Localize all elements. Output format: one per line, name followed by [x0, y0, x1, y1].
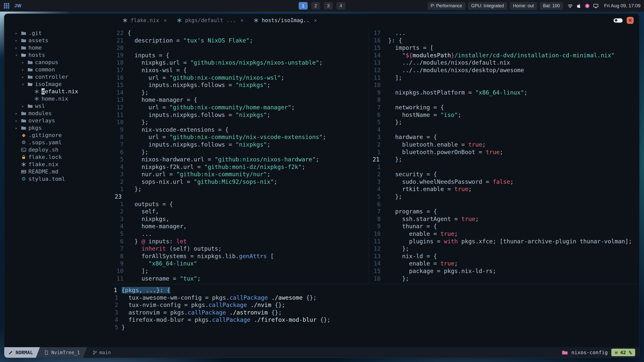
code-line[interactable]: 5 }; [369, 119, 639, 126]
code-line[interactable]: 2 bluetooth.enable = true; [369, 141, 639, 149]
code-line[interactable]: 6 }; [111, 149, 369, 156]
code-line[interactable]: 11 username = "tux"; [111, 275, 369, 283]
chevron-down-icon[interactable]: ▾ [14, 53, 19, 58]
code-line[interactable]: 1 bluetooth.powerOnBoot = true; [369, 149, 639, 156]
code-line[interactable]: 8 url = "github:nix-community/nix-vscode… [111, 133, 369, 141]
code-line[interactable]: 22{ [111, 29, 369, 37]
code-line[interactable]: 3 sudo.wheelNeedsPassword = false; [369, 178, 639, 186]
code-line[interactable]: 13 ../../modules/nixos/default.nix [369, 59, 639, 67]
tree-item-default.nix[interactable]: default.nix [4, 88, 111, 95]
toggle-icon[interactable] [614, 18, 623, 23]
code-line[interactable]: 8 forAllSystems = nixpkgs.lib.genAttrs [ [111, 253, 369, 260]
code-line[interactable]: 15 imports = [ [369, 44, 639, 52]
code-line[interactable]: 4 [369, 126, 639, 134]
code-line[interactable]: 6 } @ inputs: let [111, 238, 369, 245]
code-line[interactable]: 4 rtkit.enable = true; [369, 186, 639, 193]
apple-icon[interactable] [576, 3, 581, 9]
code-line[interactable]: 14 enable = true; [369, 260, 639, 267]
app-launcher-icon[interactable] [4, 3, 10, 9]
code-line[interactable]: 20 [111, 44, 369, 52]
code-line[interactable]: 15 package = pkgs.nix-ld-rs; [369, 267, 639, 275]
code-line[interactable]: 4 home-manager, [111, 223, 369, 230]
code-line[interactable]: 10 }; [111, 119, 369, 126]
code-line[interactable]: 2 self, [111, 208, 369, 215]
code-line[interactable]: 3 astronvim = pkgs.callPackage ./astronv… [111, 309, 639, 316]
color-picker-icon[interactable] [585, 3, 590, 9]
code-line[interactable]: 1{pkgs, ...}: { [111, 287, 639, 294]
code-line[interactable]: 5 }; [369, 193, 639, 201]
tab-hosts/isoImag..[interactable]: hosts/isoImag..× [249, 14, 322, 27]
code-line[interactable]: 1 }; [111, 186, 369, 193]
chevron-right-icon[interactable]: ▸ [20, 67, 25, 72]
code-line[interactable]: 2 tux-nvim-config = pkgs.callPackage ./n… [111, 301, 639, 309]
code-line[interactable]: 11 inputs.nixpkgs.follows = "nixpkgs"; [111, 111, 369, 119]
code-line[interactable]: 7 programs = { [369, 208, 639, 215]
tab-close-icon[interactable]: × [164, 17, 167, 23]
code-line[interactable]: 14 }; [111, 89, 369, 97]
code-line[interactable]: 16 url = "github:nix-community/nixos-wsl… [111, 74, 369, 82]
code-line[interactable]: 3 hardware = { [369, 133, 639, 141]
code-line[interactable]: 4 nixpkgs-f2k.url = "github:moni-dz/nixp… [111, 163, 369, 171]
chevron-right-icon[interactable]: ▸ [14, 38, 19, 43]
code-line[interactable]: 3 nur.url = "github:nix-community/nur"; [111, 171, 369, 178]
tree-item-isoImage[interactable]: ▾isoImage [4, 80, 111, 88]
chevron-right-icon[interactable]: ▸ [14, 125, 19, 130]
tree-item-wsl[interactable]: ▸wsl [4, 102, 111, 110]
code-line[interactable]: 7 inherit (self) outputs; [111, 245, 369, 253]
code-line[interactable]: 11 ]; [369, 74, 639, 82]
code-line[interactable]: 5} [111, 324, 639, 331]
code-line[interactable]: 8 [369, 96, 639, 104]
window-close-button[interactable]: × [627, 17, 634, 24]
chevron-right-icon[interactable]: ▸ [14, 31, 19, 36]
chevron-right-icon[interactable]: ▸ [14, 111, 19, 116]
tree-item-.sops.yaml[interactable]: ⚙.sops.yaml [4, 139, 111, 146]
tree-item-overlays[interactable]: ▸overlays [4, 117, 111, 124]
jw-logo[interactable]: JW [14, 3, 22, 9]
tree-item-home[interactable]: ▸home [4, 44, 111, 51]
code-line[interactable]: 10 ]; [111, 267, 369, 275]
code-line[interactable]: 15 inputs.nixpkgs.follows = "nixpkgs"; [111, 81, 369, 89]
code-line[interactable]: 14 "${modulesPath}/installer/cd-dvd/inst… [369, 52, 639, 59]
workspace-button-4[interactable]: 4 [336, 2, 345, 10]
editor-pane-isoimage[interactable]: 17 ...16}: {15 imports = [14 "${modulesP… [369, 27, 639, 284]
tree-item-controller[interactable]: ▸controller [4, 73, 111, 80]
tab-flake.nix[interactable]: flake.nix× [117, 14, 172, 27]
code-line[interactable]: 13 nix-ld = { [369, 253, 639, 260]
workspace-button-3[interactable]: 3 [324, 2, 333, 10]
editor-pane-flake[interactable]: 22{21 description = "tux's NixOS Flake";… [111, 27, 369, 284]
code-line[interactable]: 6 hostName = "iso"; [369, 111, 639, 119]
code-line[interactable]: 19 inputs = { [111, 52, 369, 59]
code-line[interactable]: 13 home-manager = { [111, 96, 369, 104]
tab-close-icon[interactable]: × [314, 17, 317, 23]
code-line[interactable]: 23 [111, 193, 369, 201]
code-line[interactable]: 12 }; [369, 245, 639, 253]
code-line[interactable]: 5 ... [111, 230, 369, 238]
tree-item-.git[interactable]: ▸.git [4, 29, 111, 37]
code-line[interactable]: 6 [369, 201, 639, 208]
tab-pkgs/default ...[interactable]: pkgs/default ...× [172, 14, 249, 27]
code-line[interactable]: 9 thunar = { [369, 223, 639, 230]
code-line[interactable]: 1 tux-awesome-wm-config = pkgs.callPacka… [111, 294, 639, 302]
tree-item-flake.nix[interactable]: flake.nix [4, 161, 111, 168]
code-line[interactable]: 1 outputs = { [111, 201, 369, 208]
file-tree[interactable]: ▸.git▸assets▸home▾hosts▸canopus▸common▸c… [4, 27, 111, 347]
chevron-right-icon[interactable]: ▸ [14, 45, 19, 50]
tree-item-assets[interactable]: ▸assets [4, 37, 111, 44]
code-line[interactable]: 9 nixpkgs.hostPlatform = "x86_64-linux"; [369, 89, 639, 97]
code-line[interactable]: 3 nixpkgs, [111, 215, 369, 223]
code-line[interactable]: 7 inputs.nixpkgs.follows = "nixpkgs"; [111, 141, 369, 149]
tree-item-common[interactable]: ▸common [4, 66, 111, 73]
display-icon[interactable] [593, 3, 598, 9]
chevron-right-icon[interactable]: ▸ [14, 118, 19, 123]
tree-item-README.md[interactable]: README.md [4, 168, 111, 175]
tree-item-modules[interactable]: ▸modules [4, 110, 111, 117]
code-line[interactable]: 16 }; [369, 275, 639, 283]
code-line[interactable]: 2 security = { [369, 171, 639, 178]
tab-close-icon[interactable]: × [240, 17, 244, 23]
tree-item-deploy.sh[interactable]: deploy.sh [4, 146, 111, 153]
code-line[interactable]: 17 nixos-wsl = { [111, 67, 369, 74]
tree-item-flake.lock[interactable]: flake.lock [4, 153, 111, 161]
tree-item-home.nix[interactable]: home.nix [4, 95, 111, 102]
tree-item-canopus[interactable]: ▸canopus [4, 59, 111, 66]
code-line[interactable]: 12 ../../modules/nixos/desktop/awesome [369, 67, 639, 74]
